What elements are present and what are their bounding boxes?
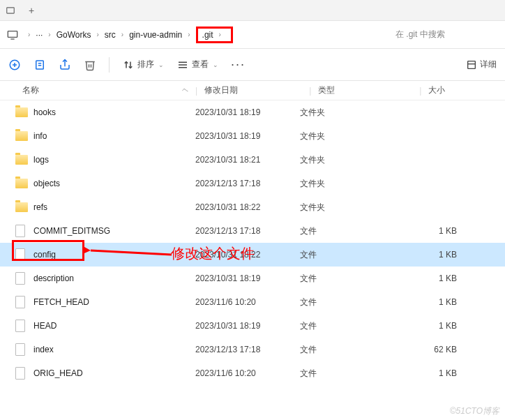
file-type: 文件 — [300, 225, 401, 237]
breadcrumb-ellipsis[interactable]: ··· — [36, 30, 43, 40]
toolbar: 排序 ⌄ 查看 ⌄ ··· 详细 — [0, 49, 505, 81]
folder-icon — [15, 107, 33, 117]
column-header-date[interactable]: 修改日期 — [204, 84, 309, 96]
file-row[interactable]: FETCH_HEAD2023/11/6 10:20文件1 KB — [0, 290, 505, 314]
details-button[interactable]: 详细 — [466, 59, 497, 70]
file-type: 文件夹 — [300, 107, 401, 119]
file-type: 文件 — [300, 320, 401, 332]
watermark: ©51CTO博客 — [450, 405, 499, 417]
file-size: 1 KB — [401, 368, 471, 378]
file-size: 1 KB — [401, 273, 471, 283]
chevron-right-icon: › — [219, 31, 221, 38]
chevron-right-icon: › — [121, 31, 123, 38]
file-icon — [15, 343, 33, 356]
file-icon — [15, 367, 33, 380]
file-size: 1 KB — [401, 321, 471, 331]
file-type: 文件夹 — [300, 178, 401, 190]
file-row[interactable]: refs2023/10/31 18:22文件夹 — [0, 195, 505, 219]
file-name: index — [33, 345, 195, 354]
chevron-down-icon: ⌄ — [213, 61, 218, 68]
view-button[interactable]: 查看 ⌄ — [176, 59, 218, 71]
file-type: 文件 — [300, 249, 401, 261]
file-type: 文件 — [300, 368, 401, 380]
file-row[interactable]: ORIG_HEAD2023/11/6 10:20文件1 KB — [0, 361, 505, 385]
share-button[interactable] — [59, 59, 71, 71]
more-button[interactable]: ··· — [231, 57, 246, 72]
file-row[interactable]: COMMIT_EDITMSG2023/12/13 17:18文件1 KB — [0, 219, 505, 243]
column-header-name[interactable]: 名称 ヘ — [22, 84, 195, 96]
file-list: hooks2023/10/31 18:19文件夹info2023/10/31 1… — [0, 100, 505, 385]
annotation-highlight: .git › — [196, 27, 233, 43]
svg-rect-0 — [7, 7, 15, 13]
details-label: 详细 — [480, 59, 497, 70]
file-date: 2023/10/31 18:19 — [195, 273, 300, 283]
file-date: 2023/10/31 18:19 — [195, 131, 300, 141]
chevron-down-icon: ⌄ — [158, 61, 164, 68]
cut-button[interactable] — [33, 59, 46, 71]
file-row[interactable]: index2023/12/13 17:18文件62 KB — [0, 338, 505, 361]
sort-label: 排序 — [137, 59, 154, 70]
breadcrumb-item[interactable]: GoWorks — [56, 30, 91, 40]
file-name: objects — [33, 179, 195, 188]
file-icon — [15, 296, 33, 308]
file-icon — [15, 272, 33, 285]
folder-icon — [15, 155, 33, 165]
file-date: 2023/12/13 17:18 — [195, 179, 300, 188]
svg-rect-17 — [468, 61, 476, 68]
column-header-type[interactable]: 类型 — [318, 84, 419, 96]
file-type: 文件 — [300, 297, 401, 308]
file-date: 2023/10/31 18:21 — [195, 155, 300, 165]
svg-rect-1 — [8, 31, 17, 37]
file-date: 2023/12/13 17:18 — [195, 226, 300, 236]
file-size: 1 KB — [401, 250, 471, 260]
file-row[interactable]: info2023/10/31 18:19文件夹 — [0, 124, 505, 148]
file-name: FETCH_HEAD — [33, 297, 195, 307]
breadcrumb-item[interactable]: gin-vue-admin — [129, 30, 182, 40]
file-size: 1 KB — [401, 297, 471, 307]
new-item-button[interactable] — [8, 59, 21, 71]
view-label: 查看 — [192, 59, 209, 70]
file-type: 文件夹 — [300, 130, 401, 142]
folder-icon — [15, 131, 33, 141]
delete-button[interactable] — [84, 59, 96, 71]
new-tab-button[interactable]: + — [21, 5, 42, 16]
file-row[interactable]: config2023/10/31 18:22文件1 KB — [0, 243, 505, 267]
file-date: 2023/10/31 18:22 — [195, 202, 300, 212]
sort-button[interactable]: 排序 ⌄ — [122, 59, 164, 71]
tab-bar: + — [0, 0, 505, 21]
folder-icon — [15, 202, 33, 212]
file-row[interactable]: HEAD2023/10/31 18:19文件1 KB — [0, 314, 505, 338]
file-row[interactable]: hooks2023/10/31 18:19文件夹 — [0, 100, 505, 124]
chevron-right-icon: › — [48, 31, 50, 38]
toolbar-divider — [109, 57, 110, 73]
column-headers: 名称 ヘ | 修改日期 | 类型 | 大小 — [0, 81, 505, 100]
chevron-right-icon: › — [97, 31, 99, 38]
file-date: 2023/10/31 18:19 — [195, 107, 300, 117]
file-type: 文件夹 — [300, 154, 401, 166]
file-type: 文件 — [300, 344, 401, 356]
file-row[interactable]: logs2023/10/31 18:21文件夹 — [0, 148, 505, 172]
file-icon — [15, 225, 33, 237]
file-date: 2023/11/6 10:20 — [195, 297, 300, 307]
file-type: 文件夹 — [300, 202, 401, 213]
folder-icon — [15, 179, 33, 188]
file-icon — [15, 320, 33, 332]
chevron-right-icon: › — [188, 31, 190, 38]
column-header-size[interactable]: 大小 — [428, 84, 498, 96]
breadcrumb-item-current[interactable]: .git — [202, 30, 213, 40]
file-size: 62 KB — [401, 345, 471, 354]
search-input[interactable]: 在 .git 中搜索 — [391, 26, 499, 43]
file-name: config — [33, 250, 195, 260]
file-row[interactable]: objects2023/12/13 17:18文件夹 — [0, 172, 505, 195]
chevron-right-icon: › — [28, 31, 30, 38]
tab-active[interactable] — [0, 1, 21, 20]
monitor-icon[interactable] — [6, 28, 20, 42]
file-name: COMMIT_EDITMSG — [33, 226, 195, 236]
file-row[interactable]: description2023/10/31 18:19文件1 KB — [0, 267, 505, 290]
file-type: 文件 — [300, 273, 401, 285]
breadcrumb-item[interactable]: src — [105, 30, 116, 40]
file-name: description — [33, 273, 195, 283]
file-size: 1 KB — [401, 226, 471, 236]
file-date: 2023/10/31 18:19 — [195, 321, 300, 331]
sort-indicator-icon: ヘ — [182, 86, 188, 95]
